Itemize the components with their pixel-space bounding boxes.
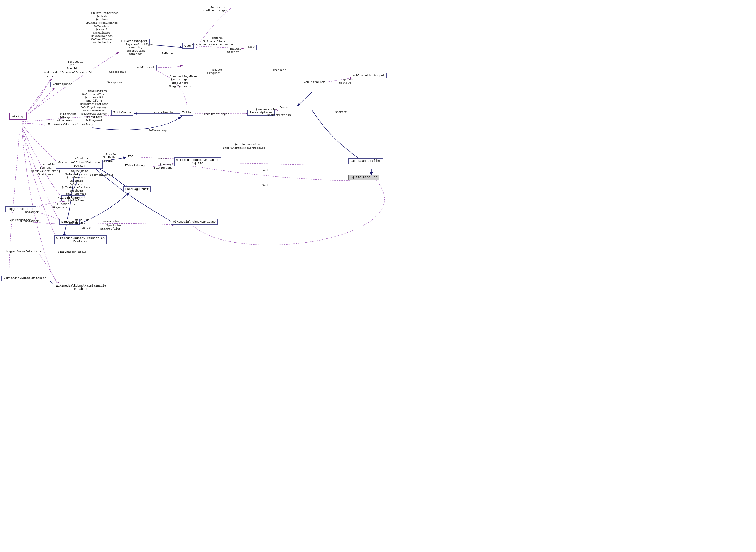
node-rdbms-database-bottom: Wikimedia\Rdbms\Database [1, 276, 48, 281]
node-fslockmanager: FSLockManager [123, 163, 150, 168]
node-txprofiler: Wikimedia\Rdbms\TransactionProfiler [54, 236, 107, 244]
label-profiler: $profiler$trxProfiler [100, 221, 122, 234]
label-redirecttarget-title: $redirectTarget [197, 109, 229, 119]
label-currentpagename: $currentPageName$otherPages$phpErrors$pa… [163, 72, 197, 91]
node-string-label: string [12, 115, 24, 118]
node-hashbagostuff-label: HashBagOStuff [125, 188, 148, 191]
label-sessionid: $sessionId [103, 67, 126, 77]
node-rdbms-database-center: Wikimedia\Rdbms\Database [171, 219, 218, 225]
node-loggerinterface: LoggerInterface [5, 206, 36, 212]
label-mrequest: $mRequest [155, 48, 177, 58]
label-srvcache: $srvCache [97, 217, 119, 227]
node-webresponse: WebResponse [50, 82, 74, 87]
label-muser: $mUser$request [206, 65, 223, 78]
node-webinstaller: WebInstaller [301, 80, 327, 85]
node-webresponse-label: WebResponse [52, 83, 72, 86]
node-sqliteinstaller-label: SqliteInstaller [351, 176, 377, 179]
node-title: Title [180, 110, 193, 116]
node-sqliteinstaller: SqliteInstaller [349, 175, 379, 180]
node-titlevalue-label: TitleValue [114, 111, 131, 114]
node-webrequest: WebRequest [135, 65, 156, 71]
label-contents: $contents$redirectTarget [202, 2, 228, 15]
node-string: string [9, 113, 27, 120]
label-mtitlevalue: $mTitleValue [147, 108, 174, 118]
label-blocker: $blocker$target [223, 44, 243, 57]
label-currentdomain: $currentDomain [83, 170, 114, 180]
node-loggerinterface-label: LoggerInterface [7, 208, 34, 211]
node-pdo: PDO [126, 154, 135, 159]
node-hashbagostuff: HashBagOStuff [123, 186, 151, 192]
node-iexpiringstore: IExpiringStore [4, 218, 33, 223]
label-user-fields: $mDatePreference$mHash$mToken$mEmailToke… [85, 8, 119, 47]
node-idbaccess: IDBAccessObject [119, 39, 150, 44]
node-webinstaller-label: WebInstaller [303, 81, 325, 84]
node-linktarget: MediaWiki\Linker\LinkTarget [46, 122, 98, 127]
node-installer: Installer [277, 105, 297, 111]
diagram-container: string IDBAccessObject User Block WebReq… [0, 0, 756, 552]
diagram-arrows [0, 0, 756, 552]
label-parent-installer: $parent [328, 107, 347, 117]
node-pdo-label: PDO [128, 155, 133, 158]
label-lockmgr: $lockMgr$titleCache [153, 160, 173, 173]
node-sessionid-label: MediaWiki\Session\SessionId [44, 71, 92, 74]
node-lockmanager: LockManager [61, 195, 85, 201]
node-webrequest-label: WebRequest [137, 66, 154, 69]
node-databaseinstaller-label: DatabaseInstaller [351, 159, 381, 163]
label-minversion: $minimumVersion$notMinimumVersionMessage [223, 140, 265, 153]
node-user-label: User [184, 44, 192, 47]
node-rdbms-database-center-label: Wikimedia\Rdbms\Database [173, 220, 216, 224]
node-rdbms-database-left: Wikimedia\Rdbms\DatabaseDomain [56, 160, 103, 169]
node-rdbms-database-bottom-label: Wikimedia\Rdbms\Database [4, 277, 46, 280]
node-block: Block [244, 44, 257, 50]
node-user: User [182, 43, 194, 49]
node-rdbms-database-left-label: Wikimedia\Rdbms\DatabaseDomain [58, 161, 101, 167]
node-rdbms-sqlite-label: Wikimedia\Rdbms\DatabaseSqlite [176, 159, 219, 165]
node-bagostuff: BagOStuff [59, 219, 80, 225]
label-title-fields: $mDbkeyform$mPrefixedText$mInterwiki$mUr… [80, 86, 108, 125]
node-idbaccess-label: IDBAccessObject [121, 40, 148, 43]
node-txprofiler-label: Wikimedia\Rdbms\TransactionProfiler [56, 237, 105, 243]
node-parseroptions: ParserOptions [247, 110, 275, 116]
node-linktarget-label: MediaWiki\Linker\LinkTarget [48, 123, 96, 126]
node-maintainabledb-label: Wikimedia\Rdbms\MaintainableDatabase [56, 284, 106, 291]
label-mconn: $mConn [151, 154, 168, 164]
node-loggerawareinterface-label: LoggerAwareInterface [6, 250, 41, 253]
label-sdb-1: $sdb [255, 166, 269, 175]
label-response: $response [100, 78, 122, 87]
node-fslockmanager-label: FSLockManager [125, 164, 148, 167]
node-title-label: Title [182, 111, 191, 114]
node-block-label: Block [246, 46, 255, 49]
label-mblock: $mBlock$mGlobalBlock$mBlockedFromCreateA… [192, 33, 236, 49]
node-titlevalue: TitleValue [111, 110, 133, 116]
node-webinstalleroutput: WebInstallerOutput [351, 73, 387, 79]
label-database-fields: $mTrxFname$mTablePrefix$htmlErrors$mDBna… [62, 166, 91, 209]
node-loggerawareinterface: LoggerAwareInterface [4, 249, 43, 255]
node-installer-label: Installer [279, 106, 295, 109]
label-sdb-2: $sdb [255, 180, 269, 190]
label-lazymasterhandle: $lazyMasterHandle [51, 247, 87, 257]
node-webinstalleroutput-label: WebInstallerOutput [353, 74, 385, 77]
label-logger-keyspace: $logger$keyspace [50, 199, 69, 212]
node-bagostuff-label: BagOStuff [61, 220, 78, 224]
node-lockmanager-label: LockManager [64, 196, 83, 200]
node-iexpiringstore-label: IExpiringStore [6, 219, 31, 222]
label-request-webinstaller: $request [266, 65, 286, 75]
node-databaseinstaller: DatabaseInstaller [349, 158, 383, 164]
node-parseroptions-label: ParserOptions [250, 111, 273, 114]
node-rdbms-sqlite: Wikimedia\Rdbms\DatabaseSqlite [174, 157, 221, 166]
node-maintainabledb: Wikimedia\Rdbms\MaintainableDatabase [54, 283, 108, 292]
label-mtimestamp: $mTimestamp [142, 126, 167, 135]
node-sessionid: MediaWiki\Session\SessionId [41, 70, 94, 76]
